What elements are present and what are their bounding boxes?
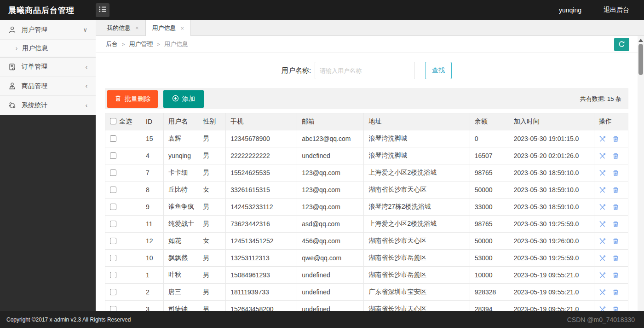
cell-address: 上海爱之小区2楼洗浴城	[364, 164, 470, 182]
row-checkbox[interactable]	[110, 152, 116, 159]
breadcrumb-user-management[interactable]: 用户管理	[129, 40, 153, 48]
cell-gender: 男	[198, 301, 226, 311]
menu-toggle-button[interactable]	[96, 3, 109, 17]
cell-phone: 18111939733	[226, 284, 297, 301]
delete-trash-icon[interactable]	[612, 135, 619, 142]
edit-tools-icon[interactable]	[599, 306, 606, 311]
edit-tools-icon[interactable]	[599, 221, 606, 228]
cell-join-time: 2023-05-30 19:25:59.0	[509, 250, 594, 267]
select-all-checkbox[interactable]	[110, 118, 116, 124]
search-input[interactable]	[315, 62, 415, 79]
hamburger-icon	[99, 6, 106, 14]
edit-tools-icon[interactable]	[599, 289, 606, 296]
cell-balance: 98765	[470, 216, 509, 233]
edit-tools-icon[interactable]	[599, 135, 606, 142]
edit-tools-icon[interactable]	[599, 170, 606, 176]
row-checkbox[interactable]	[110, 221, 116, 227]
cell-username: 卡卡细	[164, 164, 198, 182]
sidebar-item-user-info[interactable]: › 用户信息	[0, 40, 96, 57]
col-actions: 操作	[594, 113, 628, 130]
tab-my-info[interactable]: 我的信息 ×	[100, 20, 145, 35]
close-icon[interactable]: ×	[181, 25, 184, 32]
logout-button[interactable]: 退出后台	[604, 6, 629, 14]
cell-gender: 女	[198, 233, 226, 250]
edit-tools-icon[interactable]	[599, 204, 606, 211]
cell-phone: 152643458200	[226, 301, 297, 311]
cell-phone: 142453233112	[226, 199, 297, 216]
row-checkbox[interactable]	[110, 135, 116, 142]
tab-user-info[interactable]: 用户信息 ×	[145, 20, 191, 36]
delete-trash-icon[interactable]	[612, 238, 619, 245]
merchant-icon	[8, 82, 16, 90]
edit-tools-icon[interactable]	[599, 187, 606, 193]
refresh-button[interactable]	[614, 38, 629, 51]
edit-tools-icon[interactable]	[599, 255, 606, 262]
batch-delete-button[interactable]: 批量删除	[107, 90, 158, 108]
scrollbar-thumb[interactable]	[638, 44, 643, 75]
row-checkbox[interactable]	[110, 238, 116, 244]
edit-tools-icon[interactable]	[599, 238, 606, 245]
scroll-up-arrow-icon[interactable]	[638, 39, 643, 42]
user-icon	[8, 26, 16, 34]
table-row: 15 袁辉 男 12345678900 abc123@qq.com 浪琴湾洗脚城…	[105, 130, 628, 147]
batch-delete-label: 批量删除	[125, 95, 150, 103]
search-button[interactable]: 查找	[425, 62, 452, 79]
cell-gender: 男	[198, 199, 226, 216]
cell-join-time: 2023-05-30 18:59:10.0	[509, 182, 594, 199]
sidebar-item-goods-management[interactable]: 商品管理 ‹	[0, 76, 96, 96]
cell-phone: 124513451252	[226, 233, 297, 250]
edit-tools-icon[interactable]	[599, 152, 606, 159]
row-checkbox[interactable]	[110, 170, 116, 176]
col-gender: 性别	[198, 113, 226, 130]
breadcrumb-sep-icon: >	[122, 41, 125, 47]
row-checkbox[interactable]	[110, 289, 116, 295]
row-checkbox[interactable]	[110, 187, 116, 193]
app-title: 晨曦商品后台管理	[0, 5, 96, 16]
delete-trash-icon[interactable]	[612, 272, 619, 279]
cell-username: 飘飘然	[164, 250, 198, 267]
close-icon[interactable]: ×	[135, 24, 139, 31]
current-user[interactable]: yunqing	[559, 6, 581, 14]
sidebar-item-label: 订单管理	[22, 63, 47, 71]
cell-email: 123@qq.com	[297, 182, 364, 199]
cell-email: 123@qq.com	[297, 164, 364, 182]
cell-gender: 男	[198, 267, 226, 284]
sidebar-item-system-stats[interactable]: 系统统计 ‹	[0, 96, 96, 115]
add-button[interactable]: 添加	[163, 90, 204, 108]
delete-trash-icon[interactable]	[612, 255, 619, 262]
tab-label: 用户信息	[152, 24, 176, 32]
delete-trash-icon[interactable]	[612, 152, 619, 159]
watermark-text: CSDN @m0_74018330	[567, 316, 638, 323]
cell-balance: 98765	[470, 164, 509, 182]
copyright-text: Copyright ©2017 x-admin v2.3 All Rights …	[6, 316, 131, 323]
col-phone: 手机	[226, 113, 297, 130]
toolbar: 批量删除 添加 共有数据: 15 条	[105, 88, 628, 109]
sidebar-item-order-management[interactable]: 订单管理 ‹	[0, 57, 96, 76]
table-row: 1 叶秋 男 15084961293 undefined 湖南省长沙市岳麓区 1…	[105, 267, 628, 284]
cell-balance: 928328	[470, 284, 509, 301]
delete-trash-icon[interactable]	[612, 187, 619, 193]
cell-id: 15	[141, 130, 164, 147]
cell-join-time: 2023-05-30 19:01:15.0	[509, 130, 594, 147]
delete-trash-icon[interactable]	[612, 221, 619, 228]
cell-join-time: 2023-05-19 09:55:21.0	[509, 284, 594, 301]
delete-trash-icon[interactable]	[612, 306, 619, 311]
cell-address: 上海爱之小区2楼洗浴城	[364, 216, 470, 233]
col-balance: 余额	[470, 113, 509, 130]
cell-id: 12	[141, 233, 164, 250]
col-username: 用户名	[164, 113, 198, 130]
delete-trash-icon[interactable]	[612, 170, 619, 176]
delete-trash-icon[interactable]	[612, 289, 619, 296]
sidebar-item-user-management[interactable]: 用户管理 ∨	[0, 20, 96, 40]
edit-tools-icon[interactable]	[599, 272, 606, 279]
row-checkbox[interactable]	[110, 204, 116, 210]
vertical-scrollbar[interactable]	[638, 36, 644, 311]
delete-trash-icon[interactable]	[612, 204, 619, 211]
row-checkbox[interactable]	[110, 306, 116, 311]
row-checkbox[interactable]	[110, 255, 116, 261]
breadcrumb-home[interactable]: 后台	[106, 40, 118, 48]
col-join-time: 加入时间	[509, 113, 594, 130]
cell-address: 湖南省长沙市天心区	[364, 301, 470, 311]
row-checkbox[interactable]	[110, 272, 116, 278]
table-row: 12 如花 女 124513451252 456@qq.com 湖南省长沙市天心…	[105, 233, 628, 250]
